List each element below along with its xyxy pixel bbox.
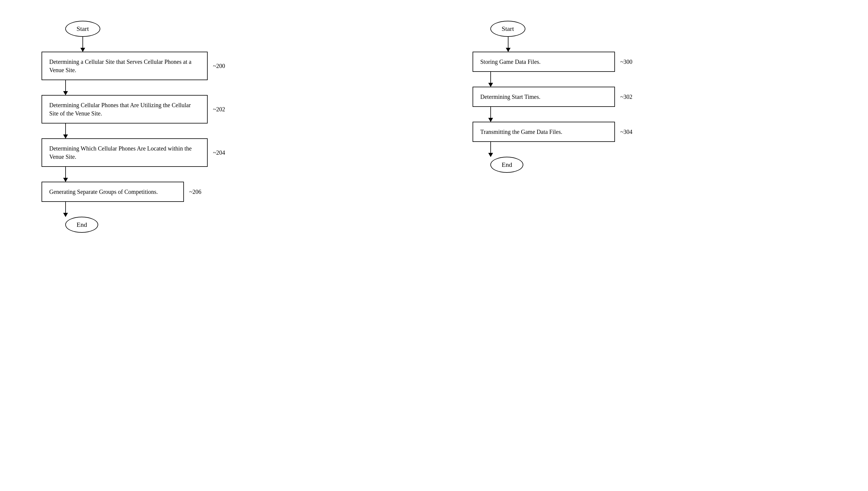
right-end-label: End (502, 161, 512, 168)
left-end-oval: End (65, 217, 98, 233)
left-flowchart: Start Determining a Cellular Site that S… (24, 12, 413, 479)
arrow-1 (65, 80, 66, 95)
step-202-ref: ~202 (213, 106, 225, 113)
right-start-oval: Start (490, 21, 525, 37)
step-302-row: Determining Start Times. ~302 (472, 87, 632, 107)
step-204-ref: ~204 (213, 149, 225, 156)
diagram-container: Start Determining a Cellular Site that S… (0, 0, 868, 491)
right-start-block: Start (490, 21, 525, 52)
step-206-row: Generating Separate Groups of Competitio… (41, 182, 202, 202)
step-302-text: Determining Start Times. (480, 93, 540, 100)
step-304-row: Transmitting the Game Data Files. ~304 (472, 122, 632, 142)
left-start-block: Start (65, 21, 100, 52)
right-end-block: End (490, 157, 523, 173)
step-204-box: Determining Which Cellular Phones Are Lo… (41, 138, 208, 167)
arrow-4 (65, 202, 66, 217)
step-300-text: Storing Game Data Files. (480, 58, 540, 65)
left-start-oval: Start (65, 21, 100, 37)
left-start-label: Start (76, 25, 89, 32)
step-300-box: Storing Game Data Files. (472, 52, 615, 72)
step-200-ref: ~200 (213, 63, 225, 69)
step-202-text: Determining Cellular Phones that Are Uti… (49, 102, 191, 117)
right-arrow-1 (490, 72, 491, 87)
step-302-box: Determining Start Times. (472, 87, 615, 107)
right-arrow-3 (490, 142, 491, 157)
right-end-oval: End (490, 157, 523, 173)
step-200-row: Determining a Cellular Site that Serves … (41, 52, 225, 80)
step-206-ref: ~206 (189, 189, 202, 195)
step-300-ref: ~300 (620, 58, 632, 65)
step-302-ref: ~302 (620, 93, 632, 100)
right-arrow-0 (508, 37, 508, 52)
step-304-ref: ~304 (620, 128, 632, 135)
step-204-row: Determining Which Cellular Phones Are Lo… (41, 138, 225, 167)
step-206-box: Generating Separate Groups of Competitio… (41, 182, 184, 202)
right-arrow-2 (490, 107, 491, 122)
left-end-block: End (65, 217, 98, 233)
arrow-3 (65, 167, 66, 182)
left-end-label: End (76, 221, 87, 228)
right-start-label: Start (502, 25, 514, 32)
step-304-box: Transmitting the Game Data Files. (472, 122, 615, 142)
step-206-text: Generating Separate Groups of Competitio… (49, 189, 158, 195)
step-204-text: Determining Which Cellular Phones Are Lo… (49, 145, 192, 160)
arrow-0 (83, 37, 83, 52)
arrow-2 (65, 123, 66, 138)
step-202-row: Determining Cellular Phones that Are Uti… (41, 95, 225, 123)
step-304-text: Transmitting the Game Data Files. (480, 128, 562, 135)
step-202-box: Determining Cellular Phones that Are Uti… (41, 95, 208, 123)
right-flowchart: Start Storing Game Data Files. ~300 Dete… (413, 12, 844, 479)
step-300-row: Storing Game Data Files. ~300 (472, 52, 632, 72)
step-200-text: Determining a Cellular Site that Serves … (49, 58, 191, 73)
step-200-box: Determining a Cellular Site that Serves … (41, 52, 208, 80)
